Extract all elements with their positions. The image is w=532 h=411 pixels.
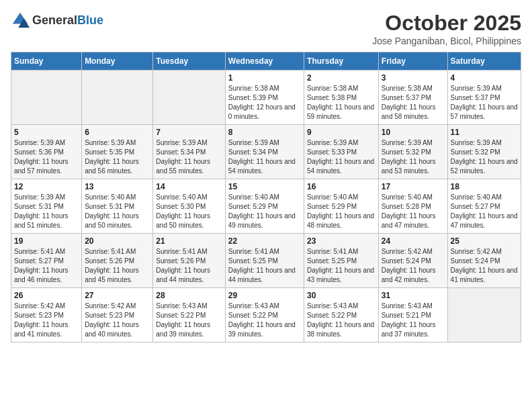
calendar-cell: 2Sunrise: 5:38 AM Sunset: 5:38 PM Daylig… bbox=[304, 71, 379, 125]
day-info: Sunrise: 5:39 AM Sunset: 5:36 PM Dayligh… bbox=[14, 138, 79, 176]
day-number: 3 bbox=[382, 73, 445, 83]
day-number: 7 bbox=[156, 128, 222, 137]
calendar-cell: 9Sunrise: 5:39 AM Sunset: 5:33 PM Daylig… bbox=[304, 125, 379, 179]
calendar-cell: 16Sunrise: 5:40 AM Sunset: 5:29 PM Dayli… bbox=[304, 179, 379, 234]
day-number: 23 bbox=[307, 236, 375, 246]
day-number: 19 bbox=[14, 236, 79, 246]
calendar-cell: 18Sunrise: 5:40 AM Sunset: 5:27 PM Dayli… bbox=[447, 179, 521, 234]
day-info: Sunrise: 5:42 AM Sunset: 5:23 PM Dayligh… bbox=[14, 302, 79, 339]
month-title: October 2025 bbox=[372, 11, 521, 36]
day-info: Sunrise: 5:40 AM Sunset: 5:29 PM Dayligh… bbox=[228, 193, 301, 230]
day-info: Sunrise: 5:40 AM Sunset: 5:29 PM Dayligh… bbox=[307, 193, 375, 230]
calendar-cell: 27Sunrise: 5:42 AM Sunset: 5:23 PM Dayli… bbox=[82, 288, 153, 342]
day-number: 20 bbox=[85, 236, 150, 246]
day-number: 6 bbox=[85, 128, 150, 137]
calendar-cell: 6Sunrise: 5:39 AM Sunset: 5:35 PM Daylig… bbox=[82, 125, 153, 179]
title-area: October 2025 Jose Panganiban, Bicol, Phi… bbox=[372, 11, 521, 46]
day-number: 10 bbox=[382, 128, 445, 137]
calendar-cell: 21Sunrise: 5:41 AM Sunset: 5:26 PM Dayli… bbox=[153, 234, 225, 288]
day-info: Sunrise: 5:43 AM Sunset: 5:21 PM Dayligh… bbox=[382, 302, 445, 339]
calendar-cell: 29Sunrise: 5:43 AM Sunset: 5:22 PM Dayli… bbox=[225, 288, 304, 342]
day-info: Sunrise: 5:41 AM Sunset: 5:27 PM Dayligh… bbox=[14, 247, 79, 285]
calendar-cell: 1Sunrise: 5:38 AM Sunset: 5:39 PM Daylig… bbox=[225, 71, 304, 125]
weekday-header-sunday: Sunday bbox=[11, 52, 82, 71]
day-number: 8 bbox=[228, 128, 301, 137]
day-info: Sunrise: 5:42 AM Sunset: 5:23 PM Dayligh… bbox=[85, 302, 150, 339]
calendar-cell bbox=[447, 288, 521, 342]
day-number: 17 bbox=[382, 182, 445, 191]
day-info: Sunrise: 5:41 AM Sunset: 5:25 PM Dayligh… bbox=[228, 247, 301, 285]
day-info: Sunrise: 5:39 AM Sunset: 5:32 PM Dayligh… bbox=[451, 138, 518, 176]
page-header: GeneralBlue October 2025 Jose Panganiban… bbox=[11, 11, 521, 46]
calendar-cell: 28Sunrise: 5:43 AM Sunset: 5:22 PM Dayli… bbox=[153, 288, 225, 342]
day-number: 21 bbox=[156, 236, 222, 246]
logo-icon bbox=[11, 11, 30, 30]
calendar-cell: 10Sunrise: 5:39 AM Sunset: 5:32 PM Dayli… bbox=[378, 125, 447, 179]
day-number: 24 bbox=[382, 236, 445, 246]
day-number: 1 bbox=[228, 73, 301, 83]
day-info: Sunrise: 5:40 AM Sunset: 5:30 PM Dayligh… bbox=[156, 193, 222, 230]
calendar-cell bbox=[153, 71, 225, 125]
day-number: 14 bbox=[156, 182, 222, 191]
day-number: 30 bbox=[307, 291, 375, 300]
calendar-cell: 11Sunrise: 5:39 AM Sunset: 5:32 PM Dayli… bbox=[447, 125, 521, 179]
weekday-header-monday: Monday bbox=[82, 52, 153, 71]
calendar-week-row: 12Sunrise: 5:39 AM Sunset: 5:31 PM Dayli… bbox=[11, 179, 521, 234]
calendar-cell: 15Sunrise: 5:40 AM Sunset: 5:29 PM Dayli… bbox=[225, 179, 304, 234]
day-number: 13 bbox=[85, 182, 150, 191]
day-number: 22 bbox=[228, 236, 301, 246]
day-number: 28 bbox=[156, 291, 222, 300]
weekday-header-saturday: Saturday bbox=[447, 52, 521, 71]
day-info: Sunrise: 5:43 AM Sunset: 5:22 PM Dayligh… bbox=[307, 302, 375, 339]
calendar-week-row: 26Sunrise: 5:42 AM Sunset: 5:23 PM Dayli… bbox=[11, 288, 521, 342]
day-number: 16 bbox=[307, 182, 375, 191]
calendar-cell bbox=[82, 71, 153, 125]
day-number: 15 bbox=[228, 182, 301, 191]
weekday-header-thursday: Thursday bbox=[304, 52, 379, 71]
calendar-cell: 26Sunrise: 5:42 AM Sunset: 5:23 PM Dayli… bbox=[11, 288, 82, 342]
day-info: Sunrise: 5:40 AM Sunset: 5:28 PM Dayligh… bbox=[382, 193, 445, 230]
weekday-header-tuesday: Tuesday bbox=[153, 52, 225, 71]
day-number: 18 bbox=[451, 182, 518, 191]
day-number: 25 bbox=[451, 236, 518, 246]
day-info: Sunrise: 5:41 AM Sunset: 5:26 PM Dayligh… bbox=[85, 247, 150, 285]
calendar-cell bbox=[11, 71, 82, 125]
day-number: 31 bbox=[382, 291, 445, 300]
day-info: Sunrise: 5:41 AM Sunset: 5:25 PM Dayligh… bbox=[307, 247, 375, 285]
day-info: Sunrise: 5:39 AM Sunset: 5:34 PM Dayligh… bbox=[228, 138, 301, 176]
logo-general: General bbox=[32, 13, 77, 27]
calendar-cell: 23Sunrise: 5:41 AM Sunset: 5:25 PM Dayli… bbox=[304, 234, 379, 288]
calendar-week-row: 5Sunrise: 5:39 AM Sunset: 5:36 PM Daylig… bbox=[11, 125, 521, 179]
day-info: Sunrise: 5:40 AM Sunset: 5:27 PM Dayligh… bbox=[451, 193, 518, 230]
day-number: 11 bbox=[451, 128, 518, 137]
calendar-cell: 22Sunrise: 5:41 AM Sunset: 5:25 PM Dayli… bbox=[225, 234, 304, 288]
calendar-week-row: 1Sunrise: 5:38 AM Sunset: 5:39 PM Daylig… bbox=[11, 71, 521, 125]
day-info: Sunrise: 5:38 AM Sunset: 5:37 PM Dayligh… bbox=[382, 84, 445, 122]
day-number: 27 bbox=[85, 291, 150, 300]
calendar-cell: 25Sunrise: 5:42 AM Sunset: 5:24 PM Dayli… bbox=[447, 234, 521, 288]
logo-blue: Blue bbox=[77, 13, 103, 27]
logo: GeneralBlue bbox=[11, 11, 103, 30]
calendar-cell: 12Sunrise: 5:39 AM Sunset: 5:31 PM Dayli… bbox=[11, 179, 82, 234]
calendar-cell: 14Sunrise: 5:40 AM Sunset: 5:30 PM Dayli… bbox=[153, 179, 225, 234]
calendar-cell: 5Sunrise: 5:39 AM Sunset: 5:36 PM Daylig… bbox=[11, 125, 82, 179]
calendar-cell: 19Sunrise: 5:41 AM Sunset: 5:27 PM Dayli… bbox=[11, 234, 82, 288]
day-info: Sunrise: 5:39 AM Sunset: 5:35 PM Dayligh… bbox=[85, 138, 150, 176]
location-subtitle: Jose Panganiban, Bicol, Philippines bbox=[372, 36, 521, 46]
calendar-cell: 8Sunrise: 5:39 AM Sunset: 5:34 PM Daylig… bbox=[225, 125, 304, 179]
weekday-header-wednesday: Wednesday bbox=[225, 52, 304, 71]
calendar-cell: 3Sunrise: 5:38 AM Sunset: 5:37 PM Daylig… bbox=[378, 71, 447, 125]
day-info: Sunrise: 5:42 AM Sunset: 5:24 PM Dayligh… bbox=[451, 247, 518, 285]
day-info: Sunrise: 5:39 AM Sunset: 5:33 PM Dayligh… bbox=[307, 138, 375, 176]
calendar-cell: 30Sunrise: 5:43 AM Sunset: 5:22 PM Dayli… bbox=[304, 288, 379, 342]
day-info: Sunrise: 5:43 AM Sunset: 5:22 PM Dayligh… bbox=[228, 302, 301, 339]
day-info: Sunrise: 5:39 AM Sunset: 5:31 PM Dayligh… bbox=[14, 193, 79, 230]
day-number: 29 bbox=[228, 291, 301, 300]
weekday-header-friday: Friday bbox=[378, 52, 447, 71]
day-info: Sunrise: 5:42 AM Sunset: 5:24 PM Dayligh… bbox=[382, 247, 445, 285]
calendar-cell: 13Sunrise: 5:40 AM Sunset: 5:31 PM Dayli… bbox=[82, 179, 153, 234]
day-number: 9 bbox=[307, 128, 375, 137]
day-info: Sunrise: 5:43 AM Sunset: 5:22 PM Dayligh… bbox=[156, 302, 222, 339]
calendar-week-row: 19Sunrise: 5:41 AM Sunset: 5:27 PM Dayli… bbox=[11, 234, 521, 288]
day-info: Sunrise: 5:38 AM Sunset: 5:38 PM Dayligh… bbox=[307, 84, 375, 122]
